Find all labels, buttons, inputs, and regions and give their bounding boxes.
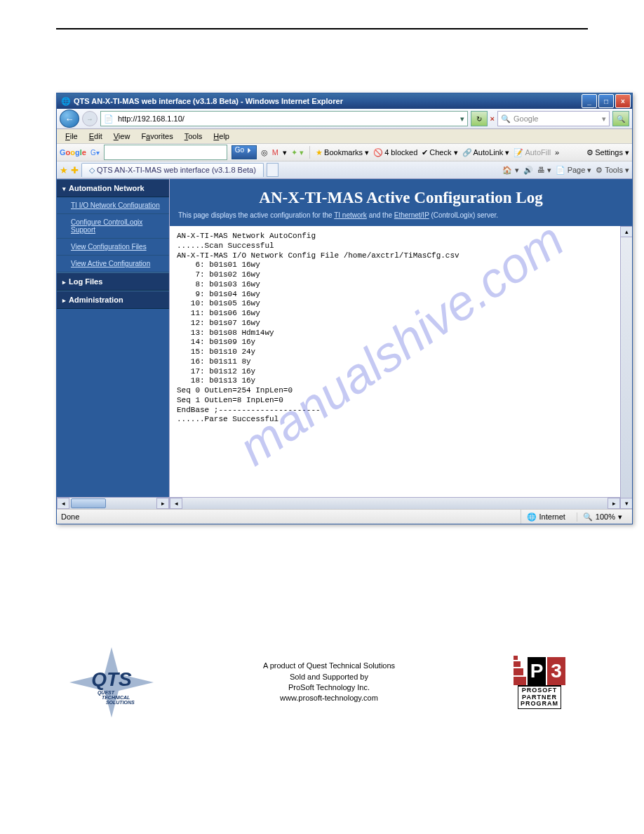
rss-button[interactable]: 🔊 [523,166,533,175]
sidebar-item-view-active-config[interactable]: View Active Configuration [57,256,169,272]
menu-bar: File Edit View Favorites Tools Help [57,129,632,144]
tab-bar: ★ ✚ ◇ QTS AN-X-TI-MAS web interface (v3.… [57,161,632,179]
sidebar-fill [57,309,169,497]
main-vscrollbar[interactable]: ▴ ▾ [620,226,632,509]
google-wand-icon[interactable]: ✦ ▾ [291,148,304,157]
google-toolbar: Google G▾ Go ⏵ ◎ M ▾ ✦ ▾ ★ Bookmarks ▾ 🚫… [57,144,632,161]
minimize-button[interactable]: _ [582,94,597,108]
url-input[interactable] [116,114,457,124]
search-box[interactable]: 🔍 Google ▾ [497,111,610,126]
main-scroll-right[interactable]: ▸ [608,498,620,509]
zoom-dropdown-icon[interactable]: ▾ [618,512,622,522]
scroll-thumb[interactable] [71,498,106,508]
menu-view[interactable]: View [108,131,136,142]
page-footer: QTS QUEST TECHNICAL SOLUTIONS A product … [69,651,575,714]
tools-menu[interactable]: ⚙ Tools ▾ [596,166,629,175]
link-ti-network[interactable]: TI network [334,211,367,219]
menu-edit[interactable]: Edit [83,131,108,142]
google-bookmarks[interactable]: ★ Bookmarks ▾ [316,148,369,157]
zoom-control[interactable]: 🔍 100% ▾ [577,512,628,522]
status-text: Done [61,512,515,521]
google-check[interactable]: ✔ Check ▾ [422,148,457,157]
qts-logo-text: QTS [91,668,132,691]
zoom-value: 100% [596,512,615,521]
forward-button[interactable]: → [82,111,98,126]
search-dropdown-icon[interactable]: ▾ [602,114,606,124]
new-tab-button[interactable] [267,163,279,177]
gmail-icon[interactable]: M [272,148,279,157]
search-provider-icon: 🔍 [501,114,511,124]
qts-logo-subtitle: QUEST TECHNICAL SOLUTIONS [98,690,135,705]
command-bar: 🏠 ▾ 🔊 🖶 ▾ 📄 Page ▾ ⚙ Tools ▾ [502,166,629,175]
main-scroll-left[interactable]: ◂ [170,498,182,509]
back-button[interactable]: ← [60,110,79,128]
main-header: AN-X-TI-MAS Active Configuration Log Thi… [170,179,632,226]
navigation-bar: ← → 📄 ▾ ↻ × 🔍 Google ▾ 🔍 [57,109,632,129]
google-logo: Google [60,148,86,157]
link-ethernet-ip[interactable]: Ethernet/IP [394,211,429,219]
search-go-button[interactable]: 🔍 [612,111,629,126]
p3-logo: P 3 PROSOFT PARTNER PROGRAM [504,656,575,710]
qts-logo: QTS QUEST TECHNICAL SOLUTIONS [69,651,154,714]
google-settings[interactable]: ⚙ Settings ▾ [586,148,629,157]
add-favorite-icon[interactable]: ✚ [71,165,79,176]
favorites-star-icon[interactable]: ★ [60,165,68,176]
menu-tools[interactable]: Tools [179,131,208,142]
page-heading: AN-X-TI-MAS Active Configuration Log [178,189,624,207]
google-target-icon[interactable]: ◎ [261,148,268,157]
refresh-button[interactable]: ↻ [471,111,488,126]
main-scroll-down[interactable]: ▾ [620,498,632,509]
address-dropdown-icon[interactable]: ▾ [460,114,464,124]
address-bar[interactable]: 📄 ▾ [100,111,468,126]
sidebar-item-config-controllogix[interactable]: Configure ControlLogix Support [57,214,169,239]
sidebar-item-ti-io-network[interactable]: TI I/O Network Configuration [57,197,169,214]
page-menu[interactable]: 📄 Page ▾ [556,166,592,175]
log-output: AN-X-TI-MAS Network AutoConfig ......Sca… [170,226,620,497]
google-search-input[interactable] [104,145,227,160]
sidebar-hscrollbar[interactable]: ◂ ▸ [57,497,169,509]
sidebar-section-log-files[interactable]: Log Files [57,272,169,291]
footer-text: A product of Quest Technical Solutions S… [154,661,504,704]
google-blocked[interactable]: 🚫 4 blocked [373,148,417,157]
google-more-icon[interactable]: » [555,148,559,157]
ie-icon: 🌐 [61,97,71,106]
stop-button[interactable]: × [490,114,495,123]
status-bar: Done 🌐 Internet 🔍 100% ▾ [57,509,632,524]
menu-file[interactable]: File [60,131,83,142]
menu-favorites[interactable]: Favorites [135,131,178,142]
page-divider [56,28,588,29]
page-icon: 📄 [104,114,114,124]
main-scroll-up[interactable]: ▴ [620,226,632,237]
browser-tab[interactable]: ◇ QTS AN-X-TI-MAS web interface (v3.1.8 … [81,163,264,177]
sidebar-item-view-config-files[interactable]: View Configuration Files [57,239,169,256]
main-panel: AN-X-TI-MAS Active Configuration Log Thi… [170,179,632,509]
security-zone[interactable]: 🌐 Internet [521,510,571,524]
google-autofill[interactable]: 📝 AutoFill [514,148,551,157]
title-bar: 🌐 QTS AN-X-TI-MAS web interface (v3.1.8 … [57,93,632,109]
scroll-left-button[interactable]: ◂ [57,498,69,509]
sidebar-section-automation-network[interactable]: Automation Network [57,179,169,197]
scroll-right-button[interactable]: ▸ [156,498,169,509]
google-go-button[interactable]: Go ⏵ [232,145,257,159]
page-subtext: This page displays the active configurat… [178,211,624,219]
close-button[interactable]: × [615,94,631,108]
window-title: QTS AN-X-TI-MAS web interface (v3.1.8 Be… [74,97,582,105]
sidebar: Automation Network TI I/O Network Config… [57,179,170,509]
zone-label: Internet [539,512,565,521]
content-area: Automation Network TI I/O Network Config… [57,179,632,509]
tab-icon: ◇ [89,166,95,174]
maximize-button[interactable]: □ [598,94,614,108]
globe-icon: 🌐 [527,512,537,522]
search-placeholder: Google [514,114,538,123]
tab-title: QTS AN-X-TI-MAS web interface (v3.1.8 Be… [97,166,256,174]
google-autolink[interactable]: 🔗 AutoLink ▾ [462,148,510,157]
menu-help[interactable]: Help [208,131,235,142]
home-button[interactable]: 🏠 ▾ [502,166,518,175]
print-button[interactable]: 🖶 ▾ [537,166,551,175]
browser-window: 🌐 QTS AN-X-TI-MAS web interface (v3.1.8 … [56,93,633,524]
sidebar-section-administration[interactable]: Administration [57,291,169,309]
main-hscrollbar[interactable]: ◂ ▸ [170,497,620,509]
zoom-icon: 🔍 [583,512,593,522]
